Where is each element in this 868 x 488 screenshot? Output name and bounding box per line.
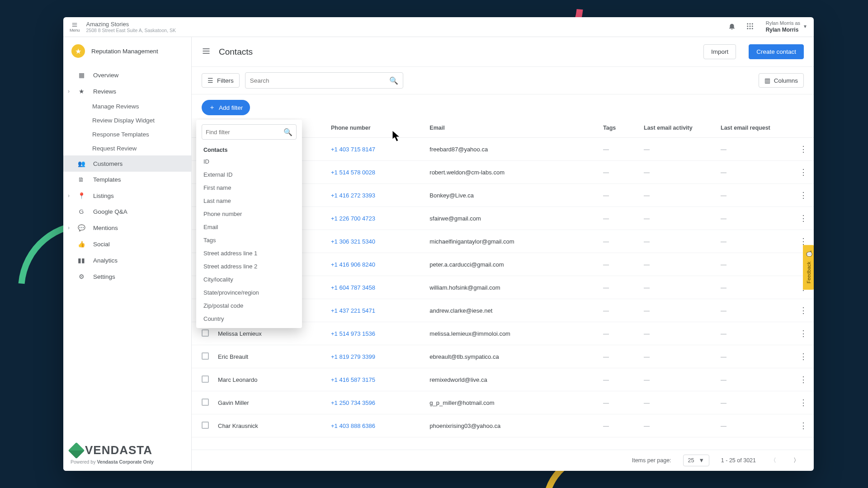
- row-menu-button[interactable]: ⋮: [793, 414, 814, 437]
- cell-phone[interactable]: +1 250 734 3596: [326, 391, 425, 414]
- row-checkbox[interactable]: [202, 422, 209, 429]
- sidebar-item-overview[interactable]: ▦ Overview: [63, 67, 191, 83]
- row-menu-button[interactable]: ⋮: [793, 161, 814, 184]
- sidebar-item-analytics[interactable]: ▮▮ Analytics: [63, 252, 191, 268]
- notifications-icon[interactable]: [728, 22, 736, 32]
- row-menu-button[interactable]: ⋮: [793, 368, 814, 391]
- find-filter-input[interactable]: [206, 129, 283, 136]
- cell-phone[interactable]: +1 306 321 5340: [326, 230, 425, 253]
- sidebar-item-customers[interactable]: 👥 Customers: [63, 155, 191, 172]
- cell-last-email-request: —: [716, 207, 793, 230]
- cell-phone[interactable]: +1 819 279 3399: [326, 345, 425, 368]
- sidebar-sub-request-review[interactable]: Request Review: [63, 141, 191, 155]
- create-contact-button[interactable]: Create contact: [749, 44, 804, 59]
- row-menu-button[interactable]: ⋮: [793, 207, 814, 230]
- apps-icon[interactable]: [746, 22, 754, 32]
- sidebar-item-mentions[interactable]: 💬 Mentions: [63, 220, 191, 236]
- cell-phone[interactable]: +1 403 888 6386: [326, 414, 425, 437]
- search-field[interactable]: 🔍: [245, 72, 403, 89]
- prev-page-button[interactable]: 〈: [768, 455, 779, 466]
- search-icon[interactable]: 🔍: [283, 128, 292, 136]
- row-menu-button[interactable]: ⋮: [793, 184, 814, 207]
- cell-phone[interactable]: +1 514 973 1536: [326, 322, 425, 345]
- menu-button[interactable]: Menu: [70, 22, 80, 33]
- filter-option[interactable]: Street address line 1: [196, 247, 302, 260]
- header-last-email-activity[interactable]: Last email activity: [639, 118, 716, 138]
- cell-email[interactable]: melissa.lemieux@immoloi.com: [425, 322, 599, 345]
- sidebar-item-settings[interactable]: ⚙ Settings: [63, 268, 191, 285]
- row-menu-button[interactable]: ⋮: [793, 299, 814, 322]
- row-menu-button[interactable]: ⋮: [793, 322, 814, 345]
- search-input[interactable]: [250, 77, 389, 84]
- sidebar-item-social[interactable]: 👍 Social: [63, 236, 191, 252]
- filter-option[interactable]: Phone number: [196, 207, 302, 221]
- cell-email[interactable]: michaelfinigantaylor@gmail.com: [425, 230, 599, 253]
- row-checkbox[interactable]: [202, 329, 209, 337]
- cell-email[interactable]: robert.weldon@cm-labs.com: [425, 161, 599, 184]
- filter-option[interactable]: City/locality: [196, 273, 302, 286]
- cell-phone[interactable]: +1 416 587 3175: [326, 368, 425, 391]
- sidebar-item-templates[interactable]: 🗎 Templates: [63, 172, 191, 188]
- row-checkbox[interactable]: [202, 375, 209, 383]
- filter-option[interactable]: First name: [196, 181, 302, 194]
- sidebar-toggle-icon[interactable]: [202, 47, 211, 57]
- cell-email[interactable]: william.hofsink@gmail.com: [425, 276, 599, 299]
- table-row[interactable]: Marc Leonardo+1 416 587 3175remixedworld…: [192, 368, 814, 391]
- cell-phone[interactable]: +1 226 700 4723: [326, 207, 425, 230]
- cell-phone[interactable]: +1 416 906 8240: [326, 253, 425, 276]
- row-checkbox[interactable]: [202, 352, 209, 360]
- cell-email[interactable]: freebard87@yahoo.ca: [425, 138, 599, 161]
- sidebar-item-reviews[interactable]: ★ Reviews: [63, 83, 191, 99]
- filter-option[interactable]: Last name: [196, 194, 302, 207]
- filter-option[interactable]: ID: [196, 155, 302, 168]
- sidebar-item-google-qa[interactable]: G Google Q&A: [63, 204, 191, 220]
- feedback-tab[interactable]: Feedback 💬: [803, 245, 814, 290]
- next-page-button[interactable]: 〉: [791, 455, 802, 466]
- find-filter-field[interactable]: 🔍: [202, 124, 297, 140]
- cell-email[interactable]: ebreault@tlb.sympatico.ca: [425, 345, 599, 368]
- filter-option[interactable]: External ID: [196, 168, 302, 181]
- row-checkbox[interactable]: [202, 399, 209, 406]
- filter-option[interactable]: Tags: [196, 234, 302, 247]
- table-row[interactable]: Char Krausnick+1 403 888 6386phoenixrisi…: [192, 414, 814, 437]
- cell-email[interactable]: sfairwe@gmail.com: [425, 207, 599, 230]
- sidebar-item-listings[interactable]: 📍 Listings: [63, 188, 191, 204]
- user-menu[interactable]: Rylan Morris as Rylan Morris ▼: [766, 20, 807, 33]
- table-row[interactable]: Eric Breault+1 819 279 3399ebreault@tlb.…: [192, 345, 814, 368]
- add-filter-button[interactable]: ＋ Add filter: [202, 100, 250, 115]
- filters-button[interactable]: ☰ Filters: [202, 73, 240, 88]
- cell-phone[interactable]: +1 416 272 3393: [326, 184, 425, 207]
- columns-button[interactable]: ▥ Columns: [759, 73, 804, 88]
- cell-email[interactable]: peter.a.carducci@gmail.com: [425, 253, 599, 276]
- header-last-email-request[interactable]: Last email request: [716, 118, 793, 138]
- cell-email[interactable]: andrew.clarke@iese.net: [425, 299, 599, 322]
- search-icon[interactable]: 🔍: [389, 76, 398, 85]
- sidebar-sub-manage-reviews[interactable]: Manage Reviews: [63, 99, 191, 113]
- filter-option[interactable]: Email: [196, 221, 302, 234]
- row-menu-button[interactable]: ⋮: [793, 138, 814, 161]
- cell-phone[interactable]: +1 437 221 5471: [326, 299, 425, 322]
- filter-option[interactable]: Country: [196, 312, 302, 325]
- filter-option[interactable]: Zip/postal code: [196, 299, 302, 312]
- table-row[interactable]: Gavin Miller+1 250 734 3596g_p_miller@ho…: [192, 391, 814, 414]
- cell-phone[interactable]: +1 514 578 0028: [326, 161, 425, 184]
- import-button[interactable]: Import: [703, 44, 736, 59]
- items-per-page-select[interactable]: 25 ▼: [683, 455, 709, 466]
- sidebar-sub-review-widget[interactable]: Review Display Widget: [63, 113, 191, 127]
- header-email[interactable]: Email: [425, 118, 599, 138]
- row-menu-button[interactable]: ⋮: [793, 345, 814, 368]
- cell-email[interactable]: remixedworld@live.ca: [425, 368, 599, 391]
- row-menu-button[interactable]: ⋮: [793, 391, 814, 414]
- cell-phone[interactable]: +1 403 715 8147: [326, 138, 425, 161]
- cell-email[interactable]: g_p_miller@hotmail.com: [425, 391, 599, 414]
- cell-phone[interactable]: +1 604 787 3458: [326, 276, 425, 299]
- filter-option[interactable]: State/province/region: [196, 286, 302, 299]
- sidebar-sub-response-templates[interactable]: Response Templates: [63, 127, 191, 141]
- cell-email[interactable]: phoenixrising03@yahoo.ca: [425, 414, 599, 437]
- filter-option[interactable]: Street address line 2: [196, 260, 302, 273]
- header-tags[interactable]: Tags: [599, 118, 639, 138]
- product-header[interactable]: ★ Reputation Management: [63, 37, 191, 65]
- table-scroll[interactable]: 🔍 Contacts IDExternal IDFirst nameLast n…: [192, 118, 814, 450]
- cell-email[interactable]: Bonkey@Live.ca: [425, 184, 599, 207]
- header-phone[interactable]: Phone number: [326, 118, 425, 138]
